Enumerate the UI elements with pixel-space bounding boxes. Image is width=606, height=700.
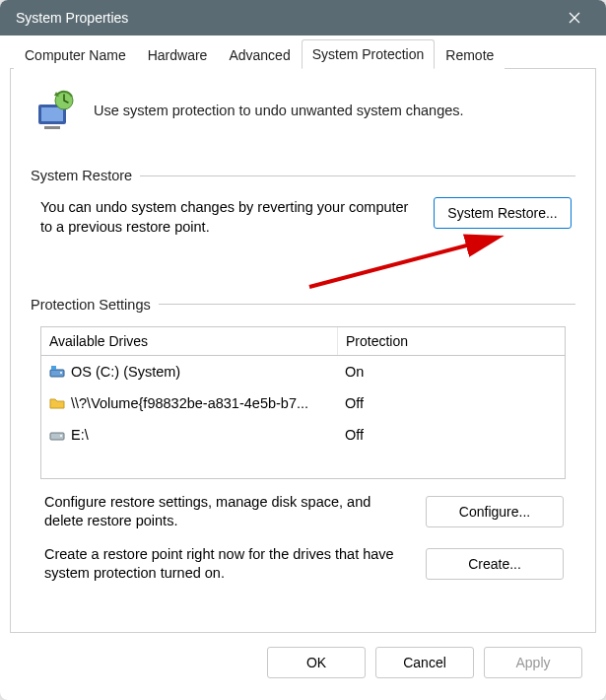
svg-point-13 [60,435,62,437]
ok-button[interactable]: OK [267,647,366,678]
system-restore-icon [31,87,78,134]
svg-rect-4 [44,126,60,129]
disk-icon [49,427,65,443]
group-title-protection: Protection Settings [31,297,151,313]
divider [159,304,575,305]
svg-line-8 [309,238,497,287]
svg-rect-9 [50,370,64,377]
drive-protection: Off [337,421,565,449]
drive-name: OS (C:) (System) [71,364,180,380]
svg-rect-10 [51,366,56,370]
cancel-button[interactable]: Cancel [375,647,474,678]
configure-row: Configure restore settings, manage disk … [31,493,575,531]
tab-advanced[interactable]: Advanced [218,40,301,69]
close-icon [569,12,580,24]
svg-rect-12 [50,433,64,440]
tab-system-protection[interactable]: System Protection [302,39,436,69]
table-row[interactable]: \\?\Volume{f98832be-a831-4e5b-b7... Off [41,387,565,419]
tab-content: Use system protection to undo unwanted s… [10,69,596,633]
table-row[interactable]: OS (C:) (System) On [41,356,565,387]
group-title-restore: System Restore [31,168,132,183]
dialog-body: Computer Name Hardware Advanced System P… [0,35,606,700]
intro-text: Use system protection to undo unwanted s… [94,103,464,118]
svg-rect-3 [41,107,63,121]
intro-row: Use system protection to undo unwanted s… [31,87,575,134]
disk-system-icon [49,364,65,380]
col-header-protection: Protection [337,327,565,355]
svg-point-11 [60,372,62,374]
table-row[interactable]: E:\ Off [41,419,565,451]
col-header-drives: Available Drives [41,327,337,355]
titlebar: System Properties [0,0,606,35]
group-protection-settings: Protection Settings Available Drives Pro… [31,297,575,598]
close-button[interactable] [555,0,594,35]
drive-name: E:\ [71,427,89,443]
drive-name: \\?\Volume{f98832be-a831-4e5b-b7... [71,395,308,411]
drives-list[interactable]: Available Drives Protection OS (C:) (Sys… [40,326,566,479]
tab-strip: Computer Name Hardware Advanced System P… [10,39,596,69]
system-properties-window: System Properties Computer Name Hardware… [0,0,606,700]
annotation-arrow [31,238,575,279]
window-title: System Properties [16,10,555,26]
folder-icon [49,395,65,411]
drive-protection: Off [337,389,565,417]
drive-protection: On [337,358,565,385]
group-system-restore: System Restore You can undo system chang… [31,168,575,279]
tab-computer-name[interactable]: Computer Name [14,40,137,69]
divider [140,175,575,176]
system-restore-button[interactable]: System Restore... [434,197,572,229]
create-button[interactable]: Create... [426,548,564,580]
dialog-footer: OK Cancel Apply [10,633,596,690]
create-text: Create a restore point right now for the… [44,545,412,584]
tab-remote[interactable]: Remote [435,40,505,69]
apply-button[interactable]: Apply [484,647,582,678]
create-row: Create a restore point right now for the… [31,545,575,584]
configure-text: Configure restore settings, manage disk … [44,493,412,531]
configure-button[interactable]: Configure... [426,496,564,527]
drives-header: Available Drives Protection [41,327,565,356]
tab-hardware[interactable]: Hardware [137,40,219,69]
